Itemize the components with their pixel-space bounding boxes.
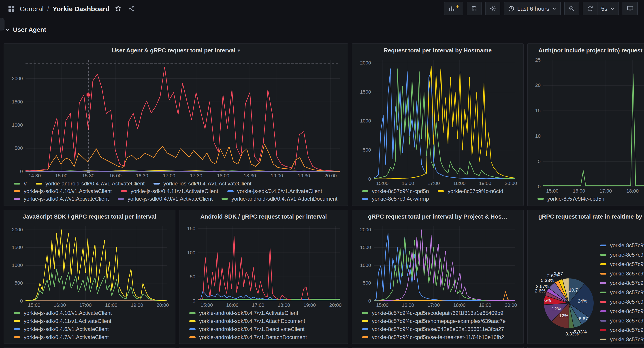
- series-line: [543, 74, 644, 186]
- legend-item[interactable]: yorkie-8c57c9f4c-cpd5n: [538, 196, 604, 202]
- legend: yorkie-android-sdk/0.4.7/v1.ActivateClie…: [183, 308, 344, 341]
- panel-title[interactable]: User Agent & gRPC request total per inte…: [8, 44, 344, 57]
- legend-swatch: [14, 328, 20, 330]
- x-axis-tick-label: 18:00: [626, 188, 639, 194]
- legend-item[interactable]: yorkie-8c57c9f4c-cpd5n/se-fe-tree-test-1…: [362, 334, 520, 340]
- legend-item[interactable]: yorkie-js-sdk/0.4.9/v1.ActivateClient: [118, 196, 212, 202]
- breadcrumb-section[interactable]: General: [20, 5, 44, 12]
- legend-item[interactable]: yorkie-8c57c9f4c-wfrmp/sync-: [600, 334, 644, 344]
- legend-item[interactable]: yorkie-8c57c9f4c-cpd5n/se-fe-t: [600, 269, 644, 278]
- dashboard-settings-button[interactable]: [485, 2, 500, 15]
- timeseries-chart[interactable]: 050010001500200015:0016:0017:0018:0019:0…: [356, 57, 520, 187]
- legend-item[interactable]: yorkie-8c57c9f4c-cpd5n/codep: [600, 250, 644, 259]
- legend-item[interactable]: //: [14, 180, 27, 187]
- legend-item[interactable]: yorkie-8c57c9f4c-n6ctd/test/65: [600, 325, 644, 334]
- panel-title[interactable]: Android SDK / gRPC request total per int…: [183, 210, 344, 223]
- panel-menu-caret-icon[interactable]: ▾: [238, 48, 240, 53]
- legend-item[interactable]: yorkie-8c57c9f4c-n6ctd/codep: [600, 278, 644, 287]
- legend-item[interactable]: yorkie-android-sdk/0.4.7/v1.AttachDocume…: [222, 196, 338, 202]
- panel-title[interactable]: Request total per interval by Hostname: [356, 44, 520, 57]
- y-axis-tick-label: 2000: [12, 227, 23, 232]
- zoom-out-button[interactable]: [564, 2, 579, 15]
- legend-item[interactable]: yorkie-android-sdk/0.4.7/v1.AttachDocume…: [189, 318, 344, 324]
- share-icon[interactable]: [127, 4, 136, 14]
- pie-slice-label: 2.67%: [536, 284, 549, 289]
- legend-item[interactable]: yorkie-js-sdk/0.4.7/v1.ActivateClient: [14, 334, 172, 340]
- panel-grpc-rate-realtime-pie: gRPC request total rate in realtime by P…: [527, 210, 644, 344]
- legend-swatch: [189, 320, 196, 322]
- legend-label: yorkie-8c57c9f4c-n6ctd/codep: [610, 280, 644, 286]
- legend-swatch: [189, 328, 196, 330]
- series-line: [26, 171, 340, 171]
- star-icon[interactable]: [113, 4, 123, 14]
- legend-item[interactable]: yorkie-js-sdk/0.4.10/v1.ActivateClient: [14, 188, 112, 194]
- legend-item[interactable]: yorkie-js-sdk/0.4.6/v1.ActivateClient: [227, 188, 322, 194]
- toolbar: + Last 6 hours 5s: [444, 2, 638, 15]
- panel-title[interactable]: Auth(not include project info) request t…: [531, 44, 644, 57]
- legend-item[interactable]: yorkie-8c57c9f4c-wfrmp: [362, 196, 429, 202]
- legend-label: yorkie-8c57c9f4c-cpd5n/homepage-examples…: [372, 318, 506, 324]
- timeseries-chart[interactable]: 051015202515:0016:0017:0018:0019:0020:00: [531, 57, 644, 194]
- time-range-picker[interactable]: Last 6 hours: [504, 2, 561, 15]
- row-header-user-agent[interactable]: User Agent: [4, 26, 46, 33]
- time-range-label: Last 6 hours: [517, 5, 549, 12]
- legend-item[interactable]: yorkie-8c57c9f4c-cpd5n/homepage-examples…: [362, 318, 520, 324]
- legend-item[interactable]: yorkie-android-sdk/0.4.7/v1.ActivateClie…: [189, 310, 344, 316]
- panel-title[interactable]: gRPC request total per interval by Proje…: [356, 210, 520, 223]
- legend-label: yorkie-8c57c9f4c-n6ctd/se/642: [610, 289, 644, 295]
- legend-item[interactable]: yorkie-8c57c9f4c-cpd5n/se/642e8e02a16566…: [362, 326, 520, 332]
- tv-mode-button[interactable]: [622, 2, 638, 15]
- legend-item[interactable]: yorkie-js-sdk/0.4.7/v1.ActivateClient: [14, 196, 109, 202]
- legend-label: yorkie-8c57c9f4c-cpd5n/se-fe-tree-test-1…: [372, 334, 504, 340]
- legend-item[interactable]: yorkie-8c57c9f4c-cpd5n/codepair/62f1f818…: [362, 310, 520, 316]
- x-axis-tick-label: 16:00: [54, 302, 66, 308]
- pie-chart[interactable]: 10.724%6.675.33%3.33%12%12%6%2.6%2.67%5.…: [532, 267, 609, 337]
- legend-label: yorkie-8c57c9f4c-cpd5n/se/642e8e02a16566…: [372, 326, 504, 332]
- x-axis-tick-label: 18:00: [453, 180, 466, 186]
- x-axis-tick-label: 17:00: [79, 302, 92, 308]
- legend-item[interactable]: yorkie-js-sdk/0.4.6/v1.ActivateClient: [14, 326, 172, 332]
- legend-swatch: [600, 282, 606, 284]
- x-axis-tick-label: 14:30: [28, 173, 41, 178]
- legend-label: yorkie-8c57c9f4c-cpd5n: [372, 188, 429, 194]
- legend-item[interactable]: yorkie-8c57c9f4c-cpd5n/home: [600, 259, 644, 269]
- legend-swatch: [362, 190, 368, 192]
- legend-item[interactable]: yorkie-8c57c9f4c-cpd5n/test/6: [600, 297, 644, 306]
- timeseries-chart[interactable]: 05010015015:0016:0017:0018:0019:0020:00: [183, 223, 344, 308]
- refresh-button[interactable]: [583, 2, 598, 15]
- legend-item[interactable]: yorkie-ios-sdk/0.4.7/v1.ActivateClient: [154, 180, 252, 187]
- legend-item[interactable]: yorkie-js-sdk/0.4.11/v1.ActivateClient: [14, 318, 172, 324]
- y-axis-tick-label: 1500: [12, 99, 23, 105]
- y-axis-tick-label: 20: [535, 82, 540, 88]
- legend-item[interactable]: yorkie-8c57c9f4c-n6ctd/se/642: [600, 287, 644, 297]
- save-dashboard-button[interactable]: [466, 2, 481, 15]
- legend-item[interactable]: yorkie-8c57c9f4c-n6ctd: [438, 188, 503, 194]
- legend-label: yorkie-8c57c9f4c-cpd5n/se-fe-t: [610, 270, 644, 276]
- legend-swatch: [538, 198, 544, 200]
- panel-title[interactable]: JavaScript SDK / gRPC request total per …: [8, 210, 172, 223]
- legend-item[interactable]: yorkie-android-sdk/0.4.7/v1.DetachDocume…: [189, 334, 344, 340]
- timeseries-chart[interactable]: 050010001500200015:0016:0017:0018:0019:0…: [8, 223, 172, 308]
- pie-slice-label: 2.6%: [535, 288, 546, 293]
- legend-item[interactable]: yorkie-8c57c9f4c-cpd5n: [362, 188, 429, 194]
- refresh-interval-dropdown[interactable]: 5s: [597, 2, 619, 15]
- sidebar-handle[interactable]: [0, 18, 4, 31]
- legend-item[interactable]: yorkie-android-sdk/0.4.7/v1.ActivateClie…: [36, 180, 144, 187]
- legend-swatch: [118, 198, 124, 200]
- apps-grid-icon[interactable]: [6, 4, 16, 14]
- legend-item[interactable]: yorkie-8c57c9f4c-wfrmp/home: [600, 306, 644, 316]
- legend-item[interactable]: yorkie-android-sdk/0.4.7/v1.DeactivateCl…: [189, 326, 344, 332]
- timeseries-chart[interactable]: 050010001500200014:3015:0015:3016:0016:3…: [8, 57, 344, 179]
- legend-item[interactable]: yorkie-js-sdk/0.4.10/v1.ActivateClient: [14, 310, 172, 316]
- add-panel-button[interactable]: +: [444, 2, 463, 15]
- legend-item[interactable]: yorkie-js-sdk/0.4.11/v1.ActivateClient: [121, 188, 218, 194]
- legend-label: yorkie-android-sdk/0.4.7/v1.AttachDocume…: [199, 318, 305, 324]
- dashboard-title: Yorkie Dashboard: [52, 5, 110, 12]
- pie-slice-label: 12%: [559, 313, 568, 318]
- pie-slice-label: 6.67: [579, 316, 588, 321]
- x-axis-tick-label: 19:00: [271, 173, 283, 178]
- timeseries-chart[interactable]: 050010001500200015:0016:0017:0018:0019:0…: [356, 223, 520, 308]
- panel-title[interactable]: gRPC request total rate in realtime by P…: [531, 210, 644, 223]
- legend-item[interactable]: yorkie-8c57c9f4c-wfrmp/se/64: [600, 316, 644, 325]
- legend-item[interactable]: yorkie-8c57c9f4c-wfrmp/codep: [600, 240, 644, 250]
